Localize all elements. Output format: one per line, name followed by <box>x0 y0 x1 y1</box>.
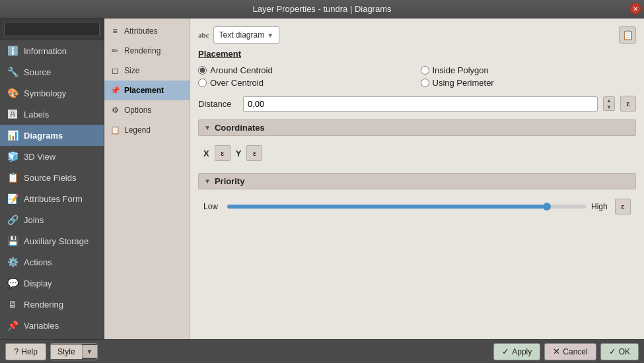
priority-body: Low High ε <box>198 193 636 220</box>
variables-icon: 📌 <box>7 319 18 331</box>
sub-item-label: Attributes <box>124 26 158 36</box>
actions-icon: ⚙️ <box>7 256 18 268</box>
attributes-icon: ≡ <box>110 26 120 36</box>
sidebar-item-label: Actions <box>24 257 52 267</box>
cancel-button[interactable]: ✕ Cancel <box>544 343 596 360</box>
placement-section-title: Placement <box>198 49 636 59</box>
sidebar-item-information[interactable]: ℹ️ Information <box>0 40 104 61</box>
sub-item-rendering[interactable]: ✏ Rendering <box>104 41 190 61</box>
labels-icon: 🅰 <box>7 108 18 120</box>
legend-icon: 📋 <box>110 125 120 135</box>
sidebar-item-label: Diagrams <box>24 131 63 141</box>
priority-expression-button[interactable]: ε <box>615 199 631 214</box>
bottom-bar: ? Help Style ▼ ✓ Apply ✕ Cancel ✓ OK <box>0 339 644 363</box>
coord-row: X ε Y ε <box>203 145 631 161</box>
sidebar-item-attributesform[interactable]: 📝 Attributes Form <box>0 188 104 209</box>
window-title: Layer Properties - tundra | Diagrams <box>252 4 391 14</box>
radio-inside-polygon[interactable]: Inside Polygon <box>421 65 637 75</box>
sidebar-item-label: Auxiliary Storage <box>24 236 89 246</box>
coord-y-expression-button[interactable]: ε <box>246 145 262 161</box>
diagram-type-label: Text diagram <box>219 30 265 40</box>
priority-high-label: High <box>591 202 610 211</box>
sub-item-label: Rendering <box>124 46 161 55</box>
sub-panel: ≡ Attributes ✏ Rendering ◻ Size 📌 Placem… <box>104 18 190 339</box>
radio-label-using-perimeter: Using Perimeter <box>433 78 494 88</box>
spin-down-button[interactable]: ▼ <box>604 104 614 110</box>
sidebar-item-labels[interactable]: 🅰 Labels <box>0 104 104 125</box>
sidebar-item-actions[interactable]: ⚙️ Actions <box>0 251 104 273</box>
symbology-icon: 🎨 <box>7 87 18 99</box>
distance-row: Distance ▲ ▼ ε <box>198 96 636 112</box>
main-container: ℹ️ Information 🔧 Source 🎨 Symbology 🅰 La… <box>0 18 644 339</box>
radio-input-inside-polygon[interactable] <box>421 66 429 75</box>
close-button[interactable]: ✕ <box>629 3 641 15</box>
sidebar-item-source[interactable]: 🔧 Source <box>0 61 104 82</box>
apply-button[interactable]: ✓ Apply <box>493 343 540 360</box>
apply-check-icon: ✓ <box>502 346 509 356</box>
priority-section-label: Priority <box>215 176 245 186</box>
sidebar-item-auxiliarystorage[interactable]: 💾 Auxiliary Storage <box>0 230 104 251</box>
coord-x-expression-button[interactable]: ε <box>215 145 231 161</box>
priority-slider[interactable] <box>227 205 586 209</box>
coordinates-section-header[interactable]: ▼ Coordinates <box>198 119 636 136</box>
radio-input-around-centroid[interactable] <box>198 66 207 75</box>
distance-input[interactable] <box>243 96 598 112</box>
apply-label: Apply <box>512 347 532 356</box>
radio-over-centroid[interactable]: Over Centroid <box>198 78 414 88</box>
sidebar-item-symbology[interactable]: 🎨 Symbology <box>0 82 104 104</box>
radio-input-over-centroid[interactable] <box>198 79 207 87</box>
coord-y-label: Y <box>236 148 242 158</box>
placement-icon: 📌 <box>110 85 120 96</box>
sub-item-legend[interactable]: 📋 Legend <box>104 120 190 140</box>
sidebar-item-sourcefields[interactable]: 📋 Source Fields <box>0 167 104 188</box>
spin-up-button[interactable]: ▲ <box>604 97 614 104</box>
sidebar-item-label: Display <box>24 279 52 288</box>
sidebar-item-label: Source <box>24 67 51 77</box>
sub-item-label: Options <box>124 106 151 115</box>
sidebar-item-3dview[interactable]: 🧊 3D View <box>0 146 104 167</box>
ok-check-icon: ✓ <box>609 346 616 356</box>
sidebar-item-diagrams[interactable]: 📊 Diagrams <box>0 125 104 146</box>
sub-item-size[interactable]: ◻ Size <box>104 61 190 81</box>
auxiliarystorage-icon: 💾 <box>7 235 18 247</box>
sidebar-item-joins[interactable]: 🔗 Joins <box>0 209 104 230</box>
size-icon: ◻ <box>110 65 120 76</box>
sidebar-item-label: Symbology <box>24 88 66 98</box>
sub-item-options[interactable]: ⚙ Options <box>104 100 190 120</box>
coordinates-body: X ε Y ε <box>198 140 636 166</box>
placement-radio-group: Around Centroid Inside Polygon Over Cent… <box>198 65 636 88</box>
sidebar-item-label: Variables <box>24 321 59 331</box>
sub-item-label: Size <box>124 66 139 75</box>
sub-item-label: Placement <box>124 86 164 95</box>
search-box <box>0 18 104 40</box>
ok-button[interactable]: ✓ OK <box>600 343 639 360</box>
radio-using-perimeter[interactable]: Using Perimeter <box>421 78 637 88</box>
radio-input-using-perimeter[interactable] <box>421 79 429 87</box>
style-button[interactable]: Style <box>51 345 82 359</box>
coord-x-label: X <box>203 148 209 158</box>
toolbar-row: abc Text diagram ▼ 📋 <box>198 26 636 44</box>
cancel-x-icon: ✕ <box>553 346 560 356</box>
sub-item-attributes[interactable]: ≡ Attributes <box>104 21 190 41</box>
sidebar-item-label: 3D View <box>24 152 55 162</box>
sub-item-placement[interactable]: 📌 Placement <box>104 81 190 100</box>
sidebar-item-label: Labels <box>24 110 49 119</box>
ok-label: OK <box>619 347 630 356</box>
content-area: abc Text diagram ▼ 📋 Placement Around Ce… <box>190 18 644 339</box>
priority-section-header[interactable]: ▼ Priority <box>198 173 636 189</box>
sidebar-item-label: Information <box>24 46 67 56</box>
coordinates-section-label: Coordinates <box>215 123 265 133</box>
radio-label-inside-polygon: Inside Polygon <box>433 65 489 75</box>
priority-low-label: Low <box>203 202 222 211</box>
sidebar-item-variables[interactable]: 📌 Variables <box>0 315 104 336</box>
sidebar-item-rendering[interactable]: 🖥 Rendering <box>0 294 104 315</box>
diagram-type-dropdown[interactable]: Text diagram ▼ <box>213 26 280 44</box>
sidebar-item-display[interactable]: 💬 Display <box>0 273 104 294</box>
style-dropdown-arrow[interactable]: ▼ <box>82 345 97 358</box>
help-button[interactable]: ? Help <box>5 343 46 360</box>
search-input[interactable] <box>4 22 100 36</box>
radio-around-centroid[interactable]: Around Centroid <box>198 65 414 75</box>
title-bar: Layer Properties - tundra | Diagrams ✕ <box>0 0 644 18</box>
paste-button[interactable]: 📋 <box>619 26 636 44</box>
distance-expression-button[interactable]: ε <box>620 96 636 112</box>
